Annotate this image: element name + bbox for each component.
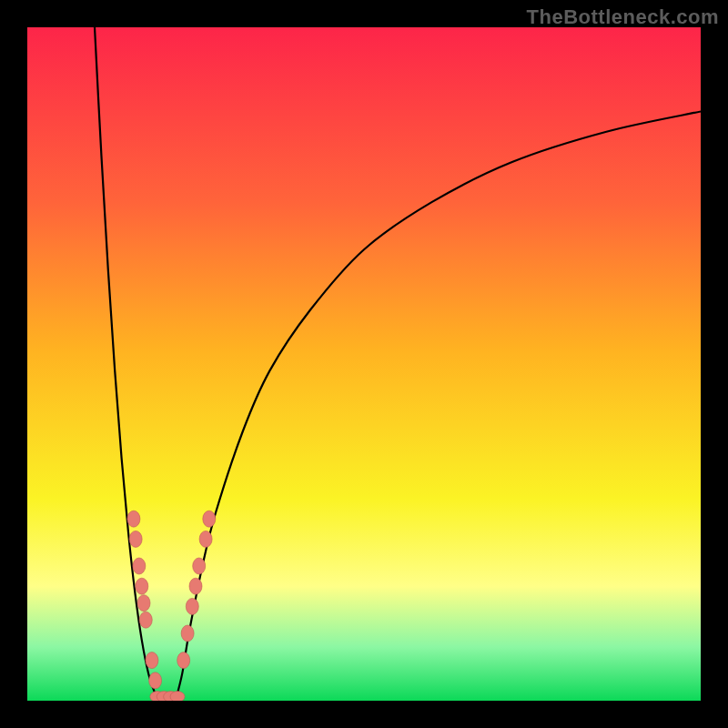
data-marker <box>186 598 198 614</box>
data-marker <box>189 578 202 594</box>
data-marker <box>127 511 140 527</box>
data-marker <box>193 558 206 574</box>
data-marker <box>133 558 146 574</box>
data-marker <box>149 672 162 689</box>
data-marker <box>137 595 150 612</box>
data-marker <box>181 625 194 642</box>
data-marker <box>170 692 185 701</box>
data-marker <box>129 531 142 547</box>
data-marker <box>203 511 216 527</box>
data-marker <box>199 531 212 547</box>
chart-frame: TheBottleneck.com <box>0 0 728 728</box>
data-marker <box>177 652 190 669</box>
data-marker <box>139 612 152 628</box>
data-marker <box>146 652 158 669</box>
chart-svg <box>27 27 701 701</box>
plot-area <box>27 27 701 701</box>
data-marker <box>136 578 148 594</box>
watermark-label: TheBottleneck.com <box>527 5 719 29</box>
gradient-background <box>27 27 701 701</box>
